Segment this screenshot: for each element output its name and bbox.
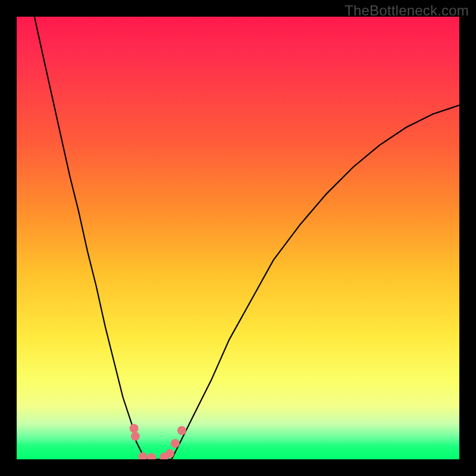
data-marker bbox=[130, 424, 139, 433]
data-marker bbox=[131, 432, 140, 441]
data-marker bbox=[147, 453, 156, 460]
bottleneck-curve bbox=[35, 17, 459, 459]
curve-layer bbox=[17, 17, 459, 459]
marker-group bbox=[130, 424, 186, 459]
data-marker bbox=[139, 452, 148, 459]
plot-area bbox=[17, 17, 459, 459]
data-marker bbox=[171, 439, 180, 448]
watermark-text: TheBottleneck.com bbox=[345, 2, 469, 19]
data-marker bbox=[165, 449, 174, 458]
chart-frame: TheBottleneck.com bbox=[0, 0, 476, 476]
data-marker bbox=[177, 426, 186, 435]
